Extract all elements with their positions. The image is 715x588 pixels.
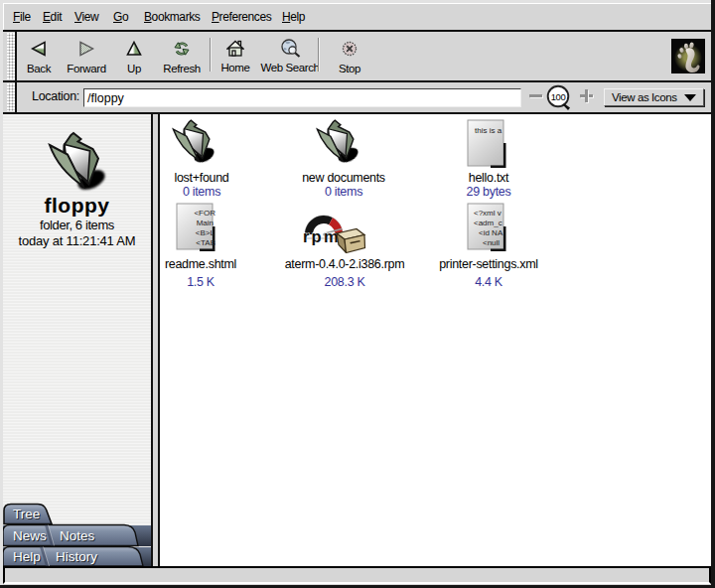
svg-text:<FOR: <FOR [194, 209, 215, 218]
svg-text:this is a: this is a [475, 126, 502, 135]
svg-text:News: News [13, 528, 47, 543]
svg-text:<B>L: <B>L [196, 228, 215, 237]
svg-text:History: History [56, 549, 97, 564]
svg-text:<id NA: <id NA [479, 228, 503, 237]
svg-text:<null: <null [483, 238, 500, 247]
svg-text:<?xml v: <?xml v [474, 209, 501, 218]
svg-text:Notes: Notes [60, 528, 95, 543]
svg-text:Main: Main [197, 219, 214, 227]
svg-text:rpm: rpm [303, 227, 341, 245]
svg-text:100: 100 [551, 91, 566, 102]
svg-text:Help: Help [13, 549, 41, 564]
svg-text:Tree: Tree [13, 507, 40, 521]
svg-text:<TAB: <TAB [196, 238, 215, 247]
svg-text:<adm_c: <adm_c [474, 219, 502, 227]
